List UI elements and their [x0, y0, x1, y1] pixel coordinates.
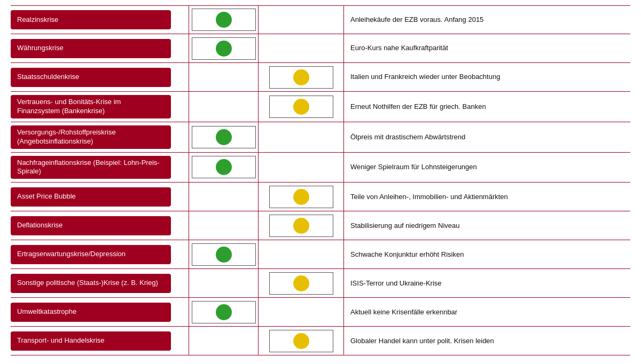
dot-column-2: [258, 183, 343, 211]
table-row: WährungskriseEuro-Kurs nahe Kaufkraftpar…: [11, 34, 630, 63]
crisis-label: Staatsschuldenkrise: [11, 68, 171, 87]
label-column: Realzinskrise: [11, 6, 189, 34]
crisis-label: Sonstige politische (Staats-)Krise (z. B…: [11, 274, 171, 293]
dot-column-1: [189, 63, 258, 91]
dot-column-2: [258, 298, 343, 326]
dot-column-1: [189, 183, 258, 211]
empty-dot-space: [269, 301, 333, 323]
dot-column-1: [189, 122, 258, 152]
table-row: DeflationskriseStabilisierung auf niedri…: [11, 211, 630, 240]
dot-cell: [269, 215, 333, 237]
dot-column-1: [189, 6, 258, 34]
note-column: Globaler Handel kann unter polit. Krisen…: [343, 327, 630, 355]
empty-dot-space: [269, 9, 333, 31]
dot-column-2: [258, 63, 343, 91]
table-row: Sonstige politische (Staats-)Krise (z. B…: [11, 269, 630, 298]
green-dot: [216, 12, 232, 28]
label-column: Ertragserwartungskrise/Depression: [11, 240, 189, 268]
crisis-label: Deflationskrise: [11, 216, 171, 235]
label-column: Versorgungs-/Rohstoffpreiskrise (Angebot…: [11, 122, 189, 152]
label-column: Nachfrageinflationskrise (Beispiel: Lohn…: [11, 153, 189, 183]
table-row: Versorgungs-/Rohstoffpreiskrise (Angebot…: [11, 122, 630, 153]
yellow-dot: [293, 189, 309, 205]
dot-column-2: [258, 6, 343, 34]
crisis-label: Vertrauens- und Bonitäts-Krise im Finanz…: [11, 95, 171, 118]
dot-column-1: [189, 211, 258, 240]
note-column: Ölpreis mit drastischem Abwärtstrend: [343, 122, 630, 152]
dot-column-1: [189, 92, 258, 122]
crisis-label: Nachfrageinflationskrise (Beispiel: Lohn…: [11, 156, 171, 179]
label-column: Sonstige politische (Staats-)Krise (z. B…: [11, 269, 189, 297]
empty-dot-space: [192, 186, 256, 208]
note-column: Aktuell keine Krisenfälle erkennbar: [343, 298, 630, 326]
empty-dot-space: [192, 215, 256, 237]
label-column: Asset Price Bubble: [11, 183, 189, 211]
dot-cell: [269, 186, 333, 208]
green-dot: [216, 129, 232, 145]
note-column: Stabilisierung auf niedrigem Niveau: [343, 211, 630, 240]
label-column: Umweltkatastrophe: [11, 298, 189, 326]
dot-column-1: [189, 298, 258, 326]
yellow-dot: [293, 275, 309, 291]
dot-column-1: [189, 240, 258, 268]
dot-cell: [269, 330, 333, 352]
dot-column-2: [258, 153, 343, 183]
dot-column-2: [258, 240, 343, 268]
empty-dot-space: [269, 156, 333, 178]
dot-cell: [192, 243, 256, 266]
crisis-label: Umweltkatastrophe: [11, 303, 171, 322]
label-column: Staatsschuldenkrise: [11, 63, 189, 91]
yellow-dot: [293, 69, 309, 85]
note-column: Anleihekäufe der EZB voraus. Anfang 2015: [343, 6, 630, 34]
dot-column-2: [258, 211, 343, 240]
dot-column-2: [258, 327, 343, 355]
empty-dot-space: [269, 126, 333, 148]
crisis-label: Asset Price Bubble: [11, 187, 171, 207]
green-dot: [216, 159, 232, 175]
label-column: Deflationskrise: [11, 211, 189, 240]
dot-column-2: [258, 269, 343, 297]
dot-column-2: [258, 92, 343, 122]
table-row: Vertrauens- und Bonitäts-Krise im Finanz…: [11, 92, 630, 122]
dot-column-2: [258, 34, 343, 62]
dot-column-1: [189, 269, 258, 297]
empty-dot-space: [192, 330, 256, 352]
dot-column-1: [189, 34, 258, 62]
empty-dot-space: [192, 96, 256, 118]
dot-cell: [269, 66, 333, 89]
table-row: Nachfrageinflationskrise (Beispiel: Lohn…: [11, 153, 630, 183]
dot-cell: [269, 272, 333, 295]
note-column: Italien und Frankreich wieder unter Beob…: [343, 63, 630, 91]
crisis-label: Realzinskrise: [11, 10, 171, 29]
main-table: RealzinskriseAnleihekäufe der EZB voraus…: [0, 0, 641, 361]
green-dot: [216, 41, 232, 57]
dot-cell: [192, 126, 256, 148]
label-column: Währungskrise: [11, 34, 189, 62]
crisis-label: Transport- und Handelskrise: [11, 331, 171, 351]
empty-dot-space: [192, 272, 256, 295]
dot-cell: [192, 156, 256, 178]
yellow-dot: [293, 99, 309, 115]
table-row: RealzinskriseAnleihekäufe der EZB voraus…: [11, 5, 630, 34]
dot-cell: [192, 9, 256, 31]
note-column: Weniger Spielraum für Lohnsteigerungen: [343, 153, 630, 183]
empty-dot-space: [269, 37, 333, 60]
dot-cell: [192, 37, 256, 60]
label-column: Transport- und Handelskrise: [11, 327, 189, 355]
label-column: Vertrauens- und Bonitäts-Krise im Finanz…: [11, 92, 189, 122]
yellow-dot: [293, 333, 309, 349]
note-column: Erneut Nothilfen der EZB für griech. Ban…: [343, 92, 630, 122]
dot-cell: [269, 96, 333, 118]
crisis-label: Währungskrise: [11, 39, 171, 58]
table-row: Asset Price BubbleTeile von Anleihen-, I…: [11, 183, 630, 211]
empty-dot-space: [192, 66, 256, 89]
dot-column-1: [189, 327, 258, 355]
yellow-dot: [293, 218, 309, 234]
green-dot: [216, 247, 232, 263]
crisis-label: Versorgungs-/Rohstoffpreiskrise (Angebot…: [11, 125, 171, 149]
note-column: Teile von Anleihen-, Immobilien- und Akt…: [343, 183, 630, 211]
empty-dot-space: [269, 243, 333, 266]
note-column: Schwache Konjunktur erhöht Risiken: [343, 240, 630, 268]
note-column: Euro-Kurs nahe Kaufkraftparität: [343, 34, 630, 62]
crisis-label: Ertragserwartungskrise/Depression: [11, 245, 171, 264]
